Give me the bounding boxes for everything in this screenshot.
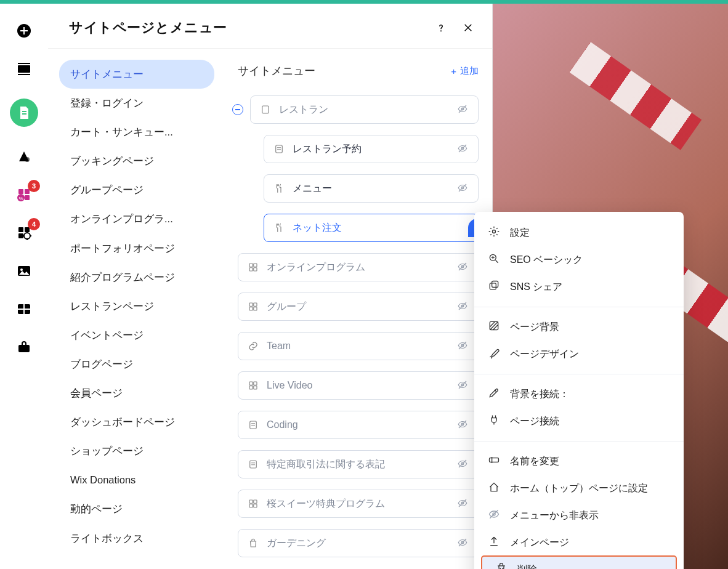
- theme-button[interactable]: [15, 148, 33, 165]
- sidebar-item[interactable]: カート・サンキュー...: [59, 118, 214, 147]
- context-item-hide[interactable]: メニューから非表示: [474, 502, 684, 529]
- hidden-icon: [457, 143, 469, 155]
- context-item-home[interactable]: ホーム（トップ）ページに設定: [474, 475, 684, 502]
- svg-rect-61: [492, 281, 498, 288]
- doc-icon: [247, 458, 259, 470]
- page-row[interactable]: ガーデニング: [238, 529, 479, 557]
- hidden-icon: [457, 182, 469, 195]
- page-row[interactable]: 桜スイーツ特典プログラム: [238, 490, 479, 518]
- sidebar-item[interactable]: イベントページ: [59, 321, 214, 350]
- svg-rect-3: [18, 65, 30, 73]
- page-row[interactable]: レストラン: [250, 95, 479, 124]
- context-item-label: ページデザイン: [510, 348, 579, 361]
- svg-rect-39: [249, 307, 253, 310]
- data-button[interactable]: [15, 301, 33, 318]
- sidebar-item[interactable]: レストランページ: [59, 292, 214, 321]
- context-item-label: メインページ: [510, 536, 569, 549]
- svg-rect-21: [23, 304, 25, 314]
- page-row[interactable]: Team: [238, 332, 479, 360]
- page-label: Coding: [267, 419, 450, 430]
- svg-rect-26: [276, 145, 283, 153]
- collapse-toggle[interactable]: [232, 104, 243, 115]
- panel-sidebar: サイトメニュー登録・ログインカート・サンキュー...ブッキングページグループペー…: [48, 49, 220, 569]
- context-item-seo[interactable]: SEO ベーシック: [474, 246, 684, 273]
- page-label: Team: [267, 341, 450, 352]
- page-row[interactable]: メニュー: [264, 174, 479, 203]
- svg-rect-53: [254, 500, 257, 503]
- page-row[interactable]: グループ: [238, 293, 479, 321]
- context-item-label: SEO ベーシック: [510, 254, 583, 267]
- sidebar-item[interactable]: オンラインプログラ...: [59, 204, 214, 233]
- context-item-up[interactable]: メインページ: [474, 529, 684, 556]
- context-item-share[interactable]: SNS シェア: [474, 273, 684, 301]
- svg-rect-4: [18, 63, 30, 64]
- sidebar-item[interactable]: 登録・ログイン: [59, 89, 214, 118]
- svg-rect-33: [254, 264, 257, 267]
- bag-icon: [247, 537, 259, 549]
- sidebar-item[interactable]: ポートフォリオページ: [59, 234, 214, 263]
- hidden-icon: [457, 458, 469, 470]
- page-row[interactable]: オンラインプログラム: [238, 253, 479, 281]
- page-label: Live Video: [267, 380, 450, 391]
- sidebar-item[interactable]: ショップページ: [59, 437, 214, 466]
- page-row[interactable]: ネット注文: [264, 214, 479, 242]
- pages-panel: サイトページとメニュー サイトメニュー登録・ログインカート・サンキュー...ブッ…: [48, 4, 493, 569]
- apps-button[interactable]: % 3: [15, 186, 33, 203]
- pages-menu-button[interactable]: [10, 99, 38, 127]
- page-row[interactable]: 特定商取引法に関する表記: [238, 450, 479, 478]
- doc-icon: [247, 419, 259, 431]
- media-button[interactable]: [15, 262, 33, 280]
- sidebar-item[interactable]: 会員ページ: [59, 379, 214, 408]
- page-label: メニュー: [293, 182, 450, 195]
- tools-badge: 4: [28, 218, 40, 230]
- sidebar-item[interactable]: サイトメニュー: [59, 60, 214, 89]
- page-label: 桜スイーツ特典プログラム: [267, 498, 450, 510]
- context-item-label: メニューから非表示: [510, 509, 599, 522]
- help-button[interactable]: [434, 21, 448, 34]
- sidebar-item[interactable]: ブッキングページ: [59, 147, 214, 176]
- context-item-pen[interactable]: 背景を接続：: [474, 381, 684, 408]
- sidebar-item[interactable]: ダッシュボードページ: [59, 408, 214, 437]
- context-item-label: ホーム（トップ）ページに設定: [510, 482, 648, 495]
- sidebar-item[interactable]: 動的ページ: [59, 494, 214, 523]
- panel-title: サイトページとメニュー: [69, 18, 227, 37]
- svg-point-8: [25, 157, 30, 162]
- context-item-rename[interactable]: 名前を変更: [474, 448, 684, 475]
- section-button[interactable]: [15, 60, 33, 78]
- sidebar-item[interactable]: ライトボックス: [59, 524, 214, 553]
- page-label: グループ: [267, 301, 450, 313]
- hidden-icon: [457, 261, 469, 273]
- svg-rect-60: [490, 283, 496, 289]
- sidebar-item[interactable]: 紹介プログラムページ: [59, 263, 214, 292]
- hidden-icon: [457, 498, 469, 510]
- plus-icon: +: [451, 66, 456, 76]
- svg-rect-32: [249, 264, 253, 267]
- page-row[interactable]: レストラン予約: [264, 135, 479, 163]
- add-page-button[interactable]: + 追加: [451, 65, 479, 77]
- add-element-button[interactable]: [15, 22, 33, 39]
- business-button[interactable]: [15, 339, 33, 356]
- sidebar-item[interactable]: グループページ: [59, 176, 214, 204]
- grid-icon: [247, 301, 259, 313]
- context-item-label: 背景を接続：: [510, 388, 569, 401]
- context-item-brush[interactable]: ページデザイン: [474, 341, 684, 368]
- tools-button[interactable]: 4: [15, 224, 33, 241]
- context-item-diag[interactable]: ページ背景: [474, 313, 684, 341]
- diag-icon: [488, 320, 500, 334]
- context-item-plug[interactable]: ページ接続: [474, 408, 684, 435]
- close-button[interactable]: [461, 21, 475, 34]
- svg-rect-2: [20, 30, 28, 31]
- hide-icon: [488, 508, 500, 523]
- sidebar-item[interactable]: ブログページ: [59, 350, 214, 379]
- svg-text:%: %: [18, 196, 23, 201]
- page-row[interactable]: Live Video: [238, 371, 479, 400]
- page-row[interactable]: Coding: [238, 411, 479, 439]
- plug-icon: [488, 414, 500, 429]
- brush-icon: [488, 347, 500, 361]
- svg-point-16: [24, 233, 30, 239]
- context-item-gear[interactable]: 設定: [474, 219, 684, 246]
- sidebar-item[interactable]: Wix Donations: [59, 466, 214, 494]
- page-context-menu: 設定SEO ベーシックSNS シェアページ背景ページデザイン背景を接続：ページ接…: [474, 212, 684, 569]
- context-item-trash[interactable]: 削除: [482, 556, 676, 569]
- up-icon: [488, 535, 500, 550]
